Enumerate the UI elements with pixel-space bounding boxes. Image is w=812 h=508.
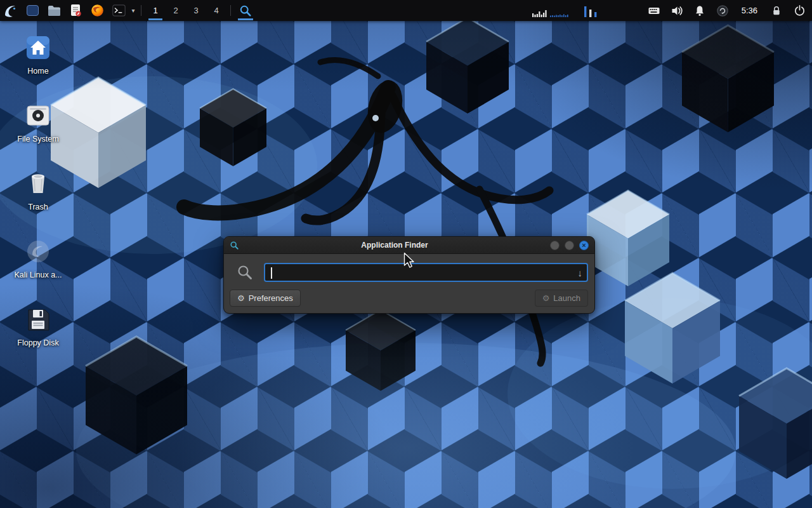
panel-clock[interactable]: 5:36 — [739, 6, 760, 15]
kali-logo-icon — [3, 3, 18, 18]
terminal-app-icon — [27, 5, 39, 16]
tray-notifications[interactable] — [693, 4, 706, 17]
application-finder-window: Application Finder × ↓ — [223, 236, 595, 314]
preferences-button[interactable]: ⚙ Preferences — [230, 290, 301, 307]
mouse-cursor — [403, 252, 416, 270]
window-title: Application Finder — [243, 241, 546, 250]
trash-icon — [25, 170, 51, 197]
tray-status-circle[interactable] — [716, 4, 729, 17]
preferences-label: Preferences — [249, 293, 293, 303]
tray-volume[interactable] — [671, 4, 683, 17]
workspace-4-button[interactable]: 4 — [206, 0, 226, 21]
panel-left-cluster: ▾ 1 2 3 4 — [0, 0, 256, 21]
lock-icon — [771, 5, 782, 17]
desktop-icon-home[interactable]: Home — [8, 27, 69, 95]
text-caret — [271, 267, 272, 279]
tray-power[interactable] — [793, 4, 806, 17]
button-row: ⚙ Preferences ⚙ Launch — [224, 282, 594, 313]
desktop-icon-label: Floppy Disk — [17, 338, 58, 347]
close-button[interactable]: × — [579, 241, 589, 250]
launcher-text-editor[interactable] — [65, 0, 86, 21]
minimize-button[interactable] — [550, 241, 560, 250]
launcher-caret-icon[interactable]: ▾ — [129, 0, 137, 21]
status-circle-icon — [716, 4, 729, 17]
titlebar[interactable]: Application Finder × — [224, 237, 594, 254]
gear-icon: ⚙ — [237, 293, 245, 303]
keyboard-icon — [648, 4, 660, 17]
desktop-icon-trash[interactable]: Trash — [8, 163, 69, 231]
desktop-icon-kali-linux[interactable]: Kali Linux a... — [8, 231, 69, 298]
launcher-terminal-app[interactable] — [22, 0, 43, 21]
window-title-icon — [230, 241, 239, 250]
workspace-3-button[interactable]: 3 — [186, 0, 206, 21]
top-panel: ▾ 1 2 3 4 — [0, 0, 812, 21]
launcher-firefox[interactable] — [86, 0, 108, 21]
close-icon: × — [582, 242, 586, 249]
search-input[interactable]: ↓ — [264, 263, 588, 282]
tray-keyboard[interactable] — [648, 4, 660, 17]
desktop-icon-label: Kali Linux a... — [14, 271, 62, 279]
maximize-button[interactable] — [565, 241, 574, 250]
launch-label: Launch — [553, 293, 580, 303]
home-icon — [25, 34, 51, 61]
desktop-icon-file-system[interactable]: File System — [8, 95, 69, 163]
desktop-icon-floppy-disk[interactable]: Floppy Disk — [8, 298, 69, 366]
launch-icon: ⚙ — [542, 293, 550, 303]
window-controls: × — [550, 241, 589, 250]
launcher-console[interactable] — [108, 0, 129, 21]
text-editor-icon — [70, 4, 82, 17]
desktop-icon-label: Home — [27, 67, 48, 76]
system-monitor-graph[interactable] — [531, 3, 602, 18]
taskbar-appfinder-button[interactable] — [235, 0, 256, 21]
desktop-icon-label: Trash — [28, 203, 48, 211]
file-system-icon — [25, 102, 51, 129]
kali-linux-ghost-icon — [25, 238, 51, 265]
volume-icon — [671, 4, 683, 17]
floppy-disk-icon — [25, 306, 51, 333]
file-manager-icon — [48, 5, 61, 17]
dropdown-arrow-icon[interactable]: ↓ — [578, 267, 583, 278]
desktop-icon-label: File System — [17, 135, 58, 144]
firefox-icon — [91, 4, 104, 17]
kali-menu-button[interactable] — [0, 0, 22, 21]
cpu-graph-icon — [531, 3, 602, 18]
panel-separator — [141, 5, 141, 16]
desktop-icon-column: Home File System Trash — [8, 27, 69, 366]
desktop: ▾ 1 2 3 4 — [0, 0, 812, 508]
panel-separator-2 — [230, 5, 231, 16]
bell-icon — [693, 4, 706, 17]
search-icon — [237, 264, 253, 281]
launcher-file-manager[interactable] — [43, 0, 65, 21]
appfinder-task-icon — [239, 4, 252, 17]
workspace-2-button[interactable]: 2 — [166, 0, 186, 21]
workspace-1-button[interactable]: 1 — [145, 0, 166, 21]
console-icon — [112, 4, 126, 17]
power-icon — [794, 4, 806, 17]
launch-button[interactable]: ⚙ Launch — [535, 290, 588, 307]
panel-right-cluster: 5:36 — [531, 0, 812, 21]
tray-screenlock[interactable] — [770, 4, 783, 17]
